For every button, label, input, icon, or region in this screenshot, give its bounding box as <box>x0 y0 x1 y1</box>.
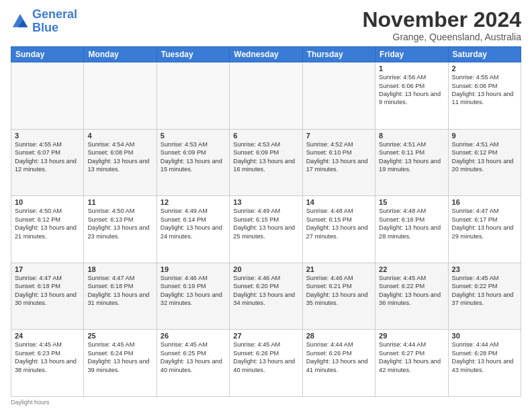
sunrise: Sunrise: 4:46 AM <box>306 275 353 281</box>
col-friday: Friday <box>375 47 448 62</box>
logo-line1: General <box>32 7 77 21</box>
day-number: 30 <box>452 332 517 340</box>
sunset: Sunset: 6:13 PM <box>87 216 133 223</box>
daylight: Daylight: 13 hours and 15 minutes. <box>161 158 222 173</box>
sunset: Sunset: 6:26 PM <box>306 350 352 357</box>
daylight: Daylight: 13 hours and 32 minutes. <box>161 291 222 306</box>
col-tuesday: Tuesday <box>157 47 229 62</box>
daylight: Daylight: 13 hours and 35 minutes. <box>306 291 368 306</box>
sunrise: Sunrise: 4:47 AM <box>452 208 499 214</box>
day-number: 12 <box>161 198 226 206</box>
sunset: Sunset: 6:06 PM <box>379 83 425 89</box>
sunset: Sunset: 6:10 PM <box>306 149 352 156</box>
daylight: Daylight: 13 hours and 42 minutes. <box>379 358 441 373</box>
sunset: Sunset: 6:27 PM <box>379 350 425 357</box>
sunset: Sunset: 6:20 PM <box>233 283 279 289</box>
sunrise: Sunrise: 4:44 AM <box>306 341 353 348</box>
sunset: Sunset: 6:12 PM <box>452 149 498 156</box>
sunrise: Sunrise: 4:49 AM <box>161 208 208 214</box>
day-info: Sunrise: 4:48 AM Sunset: 6:16 PM Dayligh… <box>379 207 444 240</box>
day-number: 28 <box>306 332 371 340</box>
calendar-header-row: Sunday Monday Tuesday Wednesday Thursday… <box>11 47 521 62</box>
calendar-cell: 11 Sunrise: 4:50 AM Sunset: 6:13 PM Dayl… <box>84 196 157 263</box>
daylight: Daylight: 13 hours and 28 minutes. <box>379 224 441 239</box>
calendar-cell: 8 Sunrise: 4:51 AM Sunset: 6:11 PM Dayli… <box>375 129 448 196</box>
daylight: Daylight: 13 hours and 11 minutes. <box>452 91 514 105</box>
daylight: Daylight: 13 hours and 29 minutes. <box>452 224 514 239</box>
main-title: November 2024 <box>362 8 521 32</box>
day-info: Sunrise: 4:46 AM Sunset: 6:20 PM Dayligh… <box>233 274 298 308</box>
calendar-cell: 12 Sunrise: 4:49 AM Sunset: 6:14 PM Dayl… <box>157 196 229 263</box>
sunrise: Sunrise: 4:45 AM <box>233 341 280 348</box>
subtitle: Grange, Queensland, Australia <box>362 32 521 42</box>
day-info: Sunrise: 4:47 AM Sunset: 6:17 PM Dayligh… <box>452 207 517 240</box>
day-number: 4 <box>87 132 152 140</box>
sunset: Sunset: 6:15 PM <box>306 216 352 223</box>
daylight: Daylight: 13 hours and 37 minutes. <box>452 291 514 306</box>
sunrise: Sunrise: 4:45 AM <box>379 275 426 281</box>
calendar-cell: 26 Sunrise: 4:45 AM Sunset: 6:25 PM Dayl… <box>157 330 229 397</box>
day-number: 23 <box>452 265 517 273</box>
sunrise: Sunrise: 4:44 AM <box>452 341 499 348</box>
day-number: 24 <box>15 332 80 340</box>
daylight: Daylight: 13 hours and 30 minutes. <box>15 291 77 306</box>
sunrise: Sunrise: 4:55 AM <box>15 141 62 148</box>
sunrise: Sunrise: 4:44 AM <box>379 341 426 348</box>
sunrise: Sunrise: 4:47 AM <box>15 275 62 281</box>
sunrise: Sunrise: 4:48 AM <box>306 208 353 214</box>
day-number: 1 <box>379 64 444 73</box>
calendar-week-row: 10 Sunrise: 4:50 AM Sunset: 6:12 PM Dayl… <box>11 196 521 263</box>
sunset: Sunset: 6:14 PM <box>161 216 206 223</box>
day-info: Sunrise: 4:56 AM Sunset: 6:06 PM Dayligh… <box>379 73 444 107</box>
daylight: Daylight: 13 hours and 34 minutes. <box>233 291 295 306</box>
day-info: Sunrise: 4:45 AM Sunset: 6:24 PM Dayligh… <box>87 340 152 374</box>
day-info: Sunrise: 4:46 AM Sunset: 6:21 PM Dayligh… <box>306 274 371 308</box>
day-number: 5 <box>161 132 226 140</box>
sunrise: Sunrise: 4:53 AM <box>233 141 280 148</box>
day-number: 26 <box>161 332 226 340</box>
daylight: Daylight: 13 hours and 21 minutes. <box>15 224 77 239</box>
day-info: Sunrise: 4:44 AM Sunset: 6:26 PM Dayligh… <box>306 340 371 374</box>
day-number: 20 <box>233 265 298 273</box>
calendar-cell: 23 Sunrise: 4:45 AM Sunset: 6:22 PM Dayl… <box>448 263 521 330</box>
day-info: Sunrise: 4:45 AM Sunset: 6:26 PM Dayligh… <box>233 340 298 374</box>
calendar-cell: 13 Sunrise: 4:49 AM Sunset: 6:15 PM Dayl… <box>230 196 302 263</box>
daylight: Daylight: 13 hours and 27 minutes. <box>306 224 368 239</box>
calendar-cell: 7 Sunrise: 4:52 AM Sunset: 6:10 PM Dayli… <box>302 129 375 196</box>
day-number: 13 <box>233 198 298 206</box>
sunset: Sunset: 6:07 PM <box>15 149 60 156</box>
day-info: Sunrise: 4:45 AM Sunset: 6:25 PM Dayligh… <box>161 340 226 374</box>
header: General Blue November 2024 Grange, Queen… <box>11 8 521 42</box>
day-number: 7 <box>306 132 371 140</box>
calendar-cell: 2 Sunrise: 4:55 AM Sunset: 6:06 PM Dayli… <box>448 62 521 130</box>
calendar-cell: 21 Sunrise: 4:46 AM Sunset: 6:21 PM Dayl… <box>302 263 375 330</box>
calendar-cell: 4 Sunrise: 4:54 AM Sunset: 6:08 PM Dayli… <box>84 129 157 196</box>
day-number: 14 <box>306 198 371 206</box>
day-number: 18 <box>87 265 152 273</box>
day-number: 25 <box>87 332 152 340</box>
sunset: Sunset: 6:24 PM <box>87 350 133 357</box>
day-info: Sunrise: 4:50 AM Sunset: 6:12 PM Dayligh… <box>15 207 80 240</box>
day-number: 19 <box>161 265 226 273</box>
col-sunday: Sunday <box>11 47 84 62</box>
day-info: Sunrise: 4:53 AM Sunset: 6:09 PM Dayligh… <box>161 140 226 174</box>
calendar-cell: 14 Sunrise: 4:48 AM Sunset: 6:15 PM Dayl… <box>302 196 375 263</box>
day-info: Sunrise: 4:44 AM Sunset: 6:27 PM Dayligh… <box>379 340 444 374</box>
calendar-cell <box>11 62 84 130</box>
calendar-week-row: 17 Sunrise: 4:47 AM Sunset: 6:18 PM Dayl… <box>11 263 521 330</box>
daylight: Daylight: 13 hours and 24 minutes. <box>161 224 222 239</box>
daylight: Daylight: 13 hours and 39 minutes. <box>87 358 149 373</box>
calendar-cell <box>230 62 302 130</box>
daylight: Daylight: 13 hours and 12 minutes. <box>15 158 77 173</box>
daylight: Daylight: 13 hours and 9 minutes. <box>379 91 441 105</box>
sunset: Sunset: 6:15 PM <box>233 216 279 223</box>
sunset: Sunset: 6:06 PM <box>452 83 498 89</box>
day-number: 21 <box>306 265 371 273</box>
daylight: Daylight: 13 hours and 41 minutes. <box>306 358 368 373</box>
calendar-week-row: 1 Sunrise: 4:56 AM Sunset: 6:06 PM Dayli… <box>11 62 521 130</box>
footer-note: Daylight hours <box>11 399 521 406</box>
calendar-cell: 16 Sunrise: 4:47 AM Sunset: 6:17 PM Dayl… <box>448 196 521 263</box>
logo-text: General Blue <box>32 8 77 35</box>
daylight: Daylight: 13 hours and 13 minutes. <box>87 158 149 173</box>
calendar-cell: 24 Sunrise: 4:45 AM Sunset: 6:23 PM Dayl… <box>11 330 84 397</box>
